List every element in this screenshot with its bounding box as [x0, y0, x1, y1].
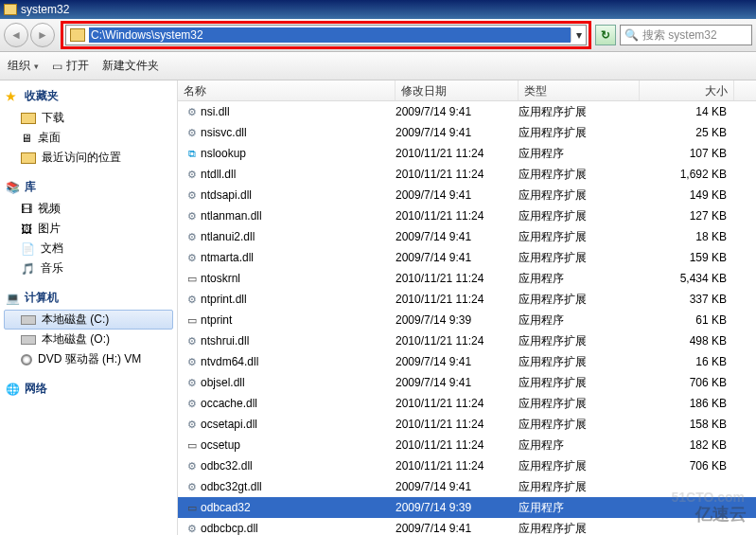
file-row[interactable]: ⚙odbc32gt.dll2009/7/14 9:41应用程序扩展	[178, 476, 756, 497]
search-icon: 🔍	[624, 28, 639, 42]
organize-button[interactable]: 组织	[8, 58, 39, 74]
col-type[interactable]: 类型	[519, 80, 640, 100]
search-input[interactable]: 🔍 搜索 system32	[620, 25, 752, 45]
file-size: 337 KB	[640, 293, 727, 306]
col-date[interactable]: 修改日期	[396, 80, 519, 100]
file-row[interactable]: ▭ntoskrnl2010/11/21 11:24应用程序5,434 KB	[178, 268, 756, 289]
file-row[interactable]: ⚙occache.dll2010/11/21 11:24应用程序扩展186 KB	[178, 393, 756, 414]
network-icon: 🌐	[6, 383, 21, 396]
file-name: ocsetapi.dll	[201, 418, 396, 431]
document-icon: 📄	[21, 242, 35, 256]
address-dropdown-icon[interactable]: ▾	[571, 28, 586, 42]
file-row[interactable]: ⧉nslookup2010/11/21 11:24应用程序107 KB	[178, 143, 756, 164]
file-size: 16 KB	[640, 355, 727, 368]
file-row[interactable]: ⚙ntlanui2.dll2009/7/14 9:41应用程序扩展18 KB	[178, 226, 756, 247]
file-date: 2009/7/14 9:41	[396, 251, 519, 264]
file-row[interactable]: ⚙nsi.dll2009/7/14 9:41应用程序扩展14 KB	[178, 101, 756, 122]
sidebar-item-pictures[interactable]: 🖼图片	[4, 219, 173, 239]
file-row[interactable]: ▭ntprint2009/7/14 9:39应用程序61 KB	[178, 310, 756, 330]
network-header[interactable]: 🌐网络	[4, 379, 173, 399]
back-button[interactable]: ◄	[4, 23, 28, 47]
new-folder-button[interactable]: 新建文件夹	[102, 58, 159, 74]
forward-button[interactable]: ►	[30, 23, 55, 47]
file-name: ocsetup	[201, 438, 396, 452]
folder-icon	[70, 28, 85, 42]
file-name: ntmarta.dll	[201, 251, 396, 264]
file-name: odbcbcp.dll	[201, 522, 396, 535]
file-row[interactable]: ⚙ntlanman.dll2010/11/21 11:24应用程序扩展127 K…	[178, 205, 756, 226]
col-size[interactable]: 大小	[640, 80, 734, 100]
file-size: 25 KB	[640, 126, 727, 139]
sidebar-item-dvd[interactable]: DVD 驱动器 (H:) VM	[4, 349, 173, 369]
file-icon: ⚙	[184, 252, 201, 264]
file-row[interactable]: ⚙ocsetapi.dll2010/11/21 11:24应用程序扩展158 K…	[178, 414, 756, 435]
file-size: 498 KB	[640, 334, 727, 348]
file-row[interactable]: ⚙odbc32.dll2010/11/21 11:24应用程序扩展706 KB	[178, 455, 756, 476]
file-type: 应用程序扩展	[519, 250, 640, 266]
file-type: 应用程序	[519, 146, 640, 162]
file-row[interactable]: ⚙ntshrui.dll2010/11/21 11:24应用程序扩展498 KB	[178, 330, 756, 351]
file-date: 2010/11/21 11:24	[396, 168, 519, 181]
file-type: 应用程序	[519, 312, 640, 329]
file-icon: ⚙	[184, 398, 201, 410]
favorites-group: ★收藏夹 下载 🖥桌面 最近访问的位置	[4, 86, 173, 168]
network-group: 🌐网络	[4, 379, 173, 399]
file-type: 应用程序扩展	[519, 479, 640, 495]
video-icon: 🎞	[21, 203, 32, 216]
file-size: 14 KB	[640, 105, 727, 118]
file-date: 2009/7/14 9:41	[396, 522, 519, 535]
file-name: ntlanman.dll	[201, 209, 396, 223]
sidebar-item-disk-o[interactable]: 本地磁盘 (O:)	[4, 330, 173, 349]
file-size: 159 KB	[640, 251, 727, 264]
file-type: 应用程序扩展	[519, 375, 640, 391]
file-row[interactable]: ⚙ntprint.dll2010/11/21 11:24应用程序扩展337 KB	[178, 289, 756, 310]
file-name: ntprint.dll	[201, 293, 396, 306]
sidebar-item-downloads[interactable]: 下载	[4, 108, 173, 128]
file-row[interactable]: ⚙ntdll.dll2010/11/21 11:24应用程序扩展1,692 KB	[178, 164, 756, 185]
favorites-header[interactable]: ★收藏夹	[4, 86, 173, 106]
file-row[interactable]: ⚙nsisvc.dll2009/7/14 9:41应用程序扩展25 KB	[178, 122, 756, 143]
file-size: 18 KB	[640, 230, 727, 243]
file-date: 2009/7/14 9:39	[396, 501, 519, 514]
file-date: 2010/11/21 11:24	[396, 209, 519, 223]
col-name[interactable]: 名称	[178, 80, 396, 100]
file-type: 应用程序扩展	[519, 292, 640, 308]
file-row[interactable]: ⚙ntmarta.dll2009/7/14 9:41应用程序扩展159 KB	[178, 247, 756, 268]
file-size: 706 KB	[640, 459, 727, 473]
file-type: 应用程序扩展	[519, 458, 640, 474]
address-text[interactable]: C:\Windows\system32	[89, 27, 571, 43]
file-icon: ⚙	[184, 460, 201, 473]
file-row[interactable]: ⚙odbcbcp.dll2009/7/14 9:41应用程序扩展	[178, 518, 756, 535]
computer-header[interactable]: 💻计算机	[4, 288, 173, 308]
sidebar-item-desktop[interactable]: 🖥桌面	[4, 128, 173, 148]
file-icon: ⚙	[184, 419, 201, 431]
open-button[interactable]: ▭打开	[52, 58, 89, 74]
file-date: 2010/11/21 11:24	[396, 272, 519, 285]
file-row[interactable]: ⚙objsel.dll2009/7/14 9:41应用程序扩展706 KB	[178, 372, 756, 393]
file-rows: ⚙nsi.dll2009/7/14 9:41应用程序扩展14 KB⚙nsisvc…	[178, 101, 756, 535]
file-date: 2010/11/21 11:24	[396, 397, 519, 410]
file-icon: ▭	[184, 502, 201, 514]
sidebar-item-recent[interactable]: 最近访问的位置	[4, 148, 173, 168]
file-size: 706 KB	[640, 376, 727, 389]
sidebar-item-music[interactable]: 🎵音乐	[4, 259, 173, 278]
file-row[interactable]: ⚙ntvdm64.dll2009/7/14 9:41应用程序扩展16 KB	[178, 351, 756, 372]
sidebar-item-videos[interactable]: 🎞视频	[4, 199, 173, 219]
address-bar[interactable]: C:\Windows\system32 ▾	[65, 25, 587, 45]
file-row[interactable]: ▭ocsetup2010/11/21 11:24应用程序182 KB	[178, 435, 756, 455]
file-icon: ⚙	[184, 335, 201, 348]
sidebar-item-documents[interactable]: 📄文档	[4, 239, 173, 259]
file-row[interactable]: ⚙ntdsapi.dll2009/7/14 9:41应用程序扩展149 KB	[178, 185, 756, 205]
file-date: 2010/11/21 11:24	[396, 293, 519, 306]
refresh-button[interactable]: ↻	[595, 25, 616, 45]
file-row[interactable]: ▭odbcad322009/7/14 9:39应用程序	[178, 497, 756, 518]
file-icon: ⚙	[184, 189, 201, 202]
file-name: nsisvc.dll	[201, 126, 396, 139]
file-name: odbc32.dll	[201, 459, 396, 473]
toolbar: 组织 ▭打开 新建文件夹	[0, 52, 756, 80]
libraries-header[interactable]: 📚库	[4, 177, 173, 197]
sidebar-item-disk-c[interactable]: 本地磁盘 (C:)	[4, 310, 173, 330]
main-area: ★收藏夹 下载 🖥桌面 最近访问的位置 📚库 🎞视频 🖼图片 📄文档 🎵音乐 💻…	[0, 80, 756, 535]
file-size: 107 KB	[640, 147, 727, 160]
file-icon: ⚙	[184, 127, 201, 139]
